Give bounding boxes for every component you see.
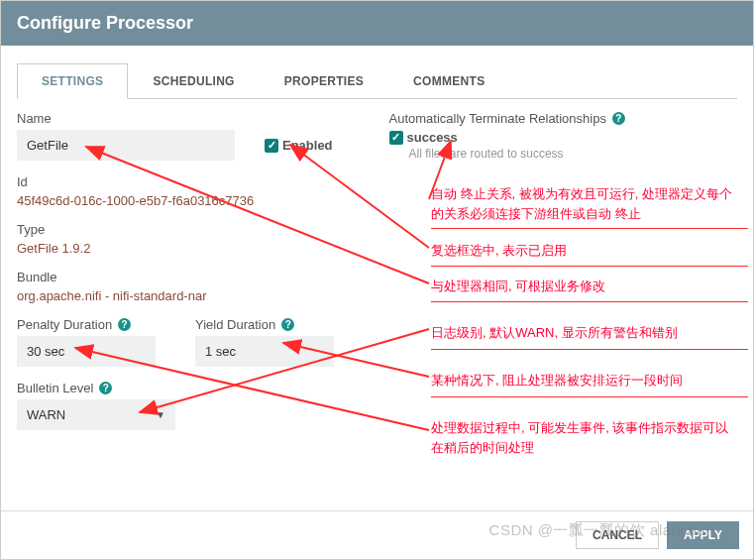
chevron-down-icon: ▼ — [156, 409, 165, 420]
bulletin-label: Bulletin Level — [17, 381, 93, 395]
yield-input[interactable] — [195, 336, 334, 367]
tab-scheduling[interactable]: SCHEDULING — [128, 63, 259, 98]
bulletin-select[interactable]: WARN▼ — [17, 399, 175, 430]
name-input[interactable] — [17, 130, 235, 161]
help-icon[interactable]: ? — [99, 382, 112, 394]
id-value: 45f49c6d-016c-1000-e5b7-f6a0316c7736 — [17, 193, 366, 208]
penalty-input[interactable] — [17, 336, 156, 367]
relation-success-label: success — [407, 130, 458, 145]
cancel-button[interactable]: CANCEL — [576, 521, 659, 549]
relation-desc: All files are routed to success — [409, 147, 738, 161]
type-label: Type — [17, 222, 366, 237]
relation-success-checkbox[interactable]: ✓ — [389, 131, 403, 145]
yield-label: Yield Duration — [195, 317, 275, 332]
id-label: Id — [17, 174, 366, 189]
apply-button[interactable]: APPLY — [667, 521, 739, 549]
enabled-checkbox[interactable]: ✓ — [265, 139, 278, 153]
penalty-label: Penalty Duration — [17, 317, 112, 332]
enabled-label: Enabled — [282, 138, 333, 153]
help-icon[interactable]: ? — [281, 318, 294, 331]
type-value: GetFile 1.9.2 — [17, 241, 366, 256]
name-label: Name — [17, 111, 366, 126]
help-icon[interactable]: ? — [612, 112, 625, 125]
bundle-value: org.apache.nifi - nifi-standard-nar — [17, 288, 366, 303]
tab-settings[interactable]: SETTINGS — [17, 63, 128, 99]
dialog-title: Configure Processor — [1, 1, 753, 46]
help-icon[interactable]: ? — [118, 318, 131, 331]
bundle-label: Bundle — [17, 270, 366, 284]
relations-heading: Automatically Terminate Relationships — [389, 111, 606, 126]
tab-properties[interactable]: PROPERTIES — [260, 63, 388, 98]
tab-bar: SETTINGS SCHEDULING PROPERTIES COMMENTS — [17, 63, 737, 99]
tab-comments[interactable]: COMMENTS — [388, 63, 509, 98]
